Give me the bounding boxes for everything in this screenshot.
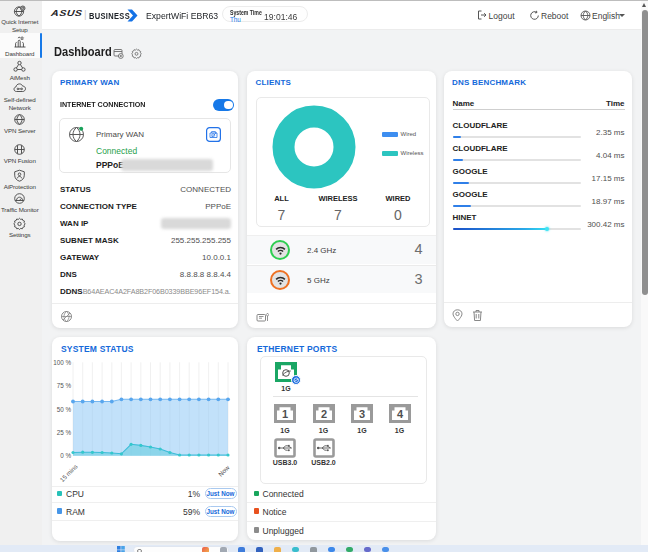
- svg-text:15 mins: 15 mins: [58, 462, 79, 481]
- svg-text:0 %: 0 %: [60, 452, 71, 459]
- svg-text:2: 2: [320, 408, 326, 420]
- svg-text:75 %: 75 %: [57, 382, 72, 389]
- svg-text:Now: Now: [217, 463, 231, 477]
- svg-text:3: 3: [359, 408, 365, 420]
- svg-text:1: 1: [282, 408, 288, 420]
- svg-text:50 %: 50 %: [57, 405, 72, 412]
- svg-text:4: 4: [396, 408, 403, 420]
- svg-text:100 %: 100 %: [53, 358, 71, 365]
- svg-text:25 %: 25 %: [57, 428, 72, 435]
